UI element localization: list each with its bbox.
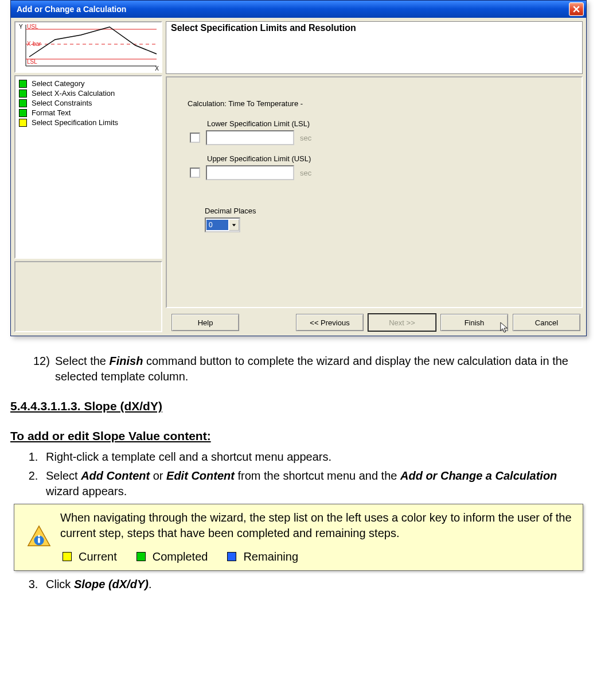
step-color-icon [19,109,27,117]
legend-swatch-icon [63,552,72,561]
step-label: Select Constraints [32,99,92,107]
legend-label: Remaining [243,549,298,565]
wizard-button-row: Help << Previous Next >> Finish Cancel [166,310,583,332]
text-emphasis: Edit Content [166,469,235,482]
usl-unit: sec [300,169,311,177]
subsection-heading: To add or edit Slope Value content: [10,428,587,444]
legend-label: Completed [153,549,208,565]
text-fragment: Right-click a template cell and a shortc… [46,450,331,463]
titlebar: Add or Change a Calculation [10,0,587,18]
usl-input[interactable] [206,165,294,180]
step-color-icon [19,80,27,88]
button-label: Cancel [535,318,558,327]
button-label: Help [198,318,213,327]
preview-panel [14,261,162,332]
text-emphasis: Add or Change a Calculation [400,469,557,482]
finish-button[interactable]: Finish [440,314,508,331]
close-icon [573,6,580,13]
previous-button[interactable]: << Previous [296,314,364,331]
instruction-step-1: Right-click a template cell and a shortc… [41,449,587,465]
wizard-step-list: Select Category Select X-Axis Calculatio… [14,75,162,259]
text-fragment: Select [46,469,81,482]
legend-label: Current [79,549,117,565]
text-fragment: from the shortcut menu and the [235,469,400,482]
lsl-input[interactable] [206,130,294,145]
legend-swatch-icon [227,552,236,561]
text-emphasis: Slope (dX/dY) [74,578,149,590]
step-color-icon [19,119,27,127]
legend-remaining: Remaining [227,549,298,565]
info-warning-icon [26,524,52,550]
instruction-step-2: Select Add Content or Edit Content from … [41,468,587,499]
step-item[interactable]: Select Specification Limits [19,118,158,127]
dropdown-arrow-icon [229,219,239,231]
svg-rect-6 [38,538,40,543]
help-button[interactable]: Help [171,314,239,331]
step-label: Select X-Axis Calculation [32,89,115,98]
usl-field-label: Upper Specification Limit (USL) [190,154,571,163]
text-fragment: wizard appears. [46,485,127,497]
lsl-unit: sec [300,134,311,142]
step-label: Select Specification Limits [32,118,118,127]
next-button: Next >> [368,314,436,331]
lsl-field-label: Lower Specification Limit (LSL) [190,119,571,128]
step-item[interactable]: Format Text [19,108,158,118]
decimal-places-value: 0 [206,220,228,230]
decimal-places-combobox[interactable]: 0 [205,217,240,232]
usl-checkbox[interactable] [190,168,200,178]
button-label: << Previous [310,318,349,327]
step-header-title: Select Specification Limits and Resoluti… [171,23,578,33]
calculation-label: Calculation: Time To Temperature - [188,99,571,108]
step-item[interactable]: Select Category [19,79,158,88]
wizard-dialog: Add or Change a Calculation Y USL X-bar … [10,0,587,336]
legend-completed: Completed [136,549,208,565]
svg-point-7 [38,535,40,537]
text-fragment: Select the [55,355,110,367]
instruction-step-12: 12) Select the Finish command button to … [10,353,587,384]
legend-swatch-icon [136,552,146,561]
instruction-step-3: Click Slope (dX/dY). [41,577,587,592]
cursor-icon [500,321,510,334]
section-heading: 5.4.4.3.1.1.3. Slope (dX/dY) [10,398,587,414]
text-emphasis: Add Content [81,469,150,482]
text-fragment: Click [46,578,74,590]
step-item[interactable]: Select X-Axis Calculation [19,88,158,98]
window-title: Add or Change a Calculation [17,5,126,14]
color-key-legend: Current Completed Remaining [60,549,576,565]
lsl-checkbox[interactable] [190,133,200,143]
button-label: Next >> [389,318,415,327]
legend-current: Current [63,549,117,565]
step-header-panel: Select Specification Limits and Resoluti… [166,21,583,74]
plot-lines-icon [24,22,161,71]
decimal-places-label: Decimal Places [205,207,571,215]
button-label: Finish [465,318,485,327]
spec-limit-graphic: Y USL X-bar LSL X [14,21,162,73]
info-note: When navigating through the wizard, the … [14,504,583,571]
text-emphasis: Finish [110,355,143,367]
step-color-icon [19,90,27,98]
step-item[interactable]: Select Constraints [19,98,158,108]
note-text: When navigating through the wizard, the … [60,510,576,541]
y-axis-label: Y [19,24,23,30]
cancel-button[interactable]: Cancel [513,314,580,331]
close-button[interactable] [569,2,584,16]
step-color-icon [19,99,27,107]
step-label: Format Text [32,108,71,117]
wizard-form-area: Calculation: Time To Temperature - Lower… [166,76,583,308]
text-fragment: or [150,469,166,482]
text-fragment: . [149,578,152,590]
step-label: Select Category [32,79,85,88]
step-number: 12) [33,353,53,384]
